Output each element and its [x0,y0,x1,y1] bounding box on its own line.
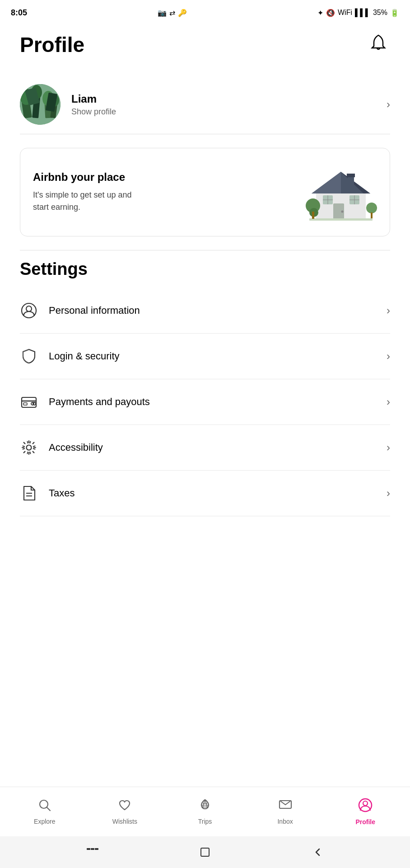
mute-icon: 🔇 [326,9,335,17]
page-content: Profile [0,24,410,516]
key-icon: 🔑 [178,9,187,17]
svg-rect-27 [312,212,314,219]
profile-row-left: Liam Show profile [20,84,116,125]
nav-item-trips[interactable]: Trips [165,794,245,830]
svg-rect-13 [348,175,354,188]
notification-button[interactable] [367,33,390,57]
profile-chevron: › [387,98,390,111]
svg-line-40 [47,807,50,811]
airbnb-card-text: Airbnb your place It's simple to get set… [33,171,298,213]
credit-card-icon [20,393,38,411]
status-bar: 8:05 📷 ⇄ 🔑 ✦ 🔇 WiFi ▌▌▌ 35% 🔋 [0,0,410,24]
document-icon [20,484,38,502]
chevron-payments: › [387,396,390,408]
camera-icon: 📷 [158,9,167,17]
settings-item-left-login: Login & security [20,347,120,365]
svg-point-35 [33,402,36,405]
profile-nav-label: Profile [355,818,375,826]
chevron-taxes: › [387,487,390,500]
bottom-nav: Explore Wishlists Trips [0,787,410,836]
bell-icon [370,34,387,55]
avatar-image [20,84,61,125]
explore-label: Explore [34,818,55,825]
system-nav-bar [0,836,410,868]
settings-section: Settings Personal information › [20,259,390,516]
settings-label-payments: Payments and payouts [49,396,150,408]
home-system-btn[interactable] [196,843,214,861]
chevron-accessibility: › [387,441,390,454]
svg-point-22 [341,211,344,213]
svg-rect-46 [87,848,90,850]
chevron-personal: › [387,304,390,317]
avatar [20,84,61,125]
settings-item-accessibility[interactable]: Accessibility › [20,425,390,471]
settings-title: Settings [20,259,390,279]
wishlists-label: Wishlists [112,818,137,825]
wifi-icon: WiFi [338,9,352,17]
svg-point-45 [363,801,368,806]
airbnb-card-title: Airbnb your place [33,171,298,184]
svg-point-7 [42,91,54,106]
svg-rect-28 [371,212,373,218]
settings-label-accessibility: Accessibility [49,442,103,453]
svg-rect-49 [201,848,209,856]
page-header: Profile [20,33,390,57]
settings-item-left-payments: Payments and payouts [20,393,150,411]
svg-rect-47 [91,848,94,850]
wishlists-icon [118,798,131,815]
status-icons: 📷 ⇄ 🔑 [158,9,187,17]
settings-item-login[interactable]: Login & security › [20,334,390,379]
nav-item-profile[interactable]: Profile [325,793,405,830]
svg-rect-14 [347,174,355,177]
menu-system-btn[interactable] [84,843,102,861]
settings-item-personal[interactable]: Personal information › [20,288,390,334]
battery-level: 35% [373,9,387,17]
settings-item-left-taxes: Taxes [20,484,75,502]
svg-rect-33 [23,403,27,405]
inbox-label: Inbox [277,818,293,825]
settings-item-left-personal: Personal information [20,302,140,320]
nav-item-inbox[interactable]: Inbox [245,794,326,830]
settings-item-left-accessibility: Accessibility [20,439,103,457]
gear-icon [20,439,38,457]
shield-icon [20,347,38,365]
settings-label-personal: Personal information [49,305,140,316]
battery-icon: 🔋 [390,9,399,17]
svg-point-36 [27,445,32,450]
profile-name: Liam [71,93,116,105]
settings-item-payments[interactable]: Payments and payouts › [20,379,390,425]
nav-item-explore[interactable]: Explore [5,794,85,830]
trips-icon [198,798,212,815]
divider-1 [20,134,390,134]
svg-rect-23 [309,218,373,221]
svg-point-30 [26,306,32,311]
status-right: ✦ 🔇 WiFi ▌▌▌ 35% 🔋 [317,9,399,17]
trips-label: Trips [198,818,212,825]
svg-point-25 [366,203,377,213]
back-system-btn[interactable] [308,843,326,861]
profile-subtext: Show profile [71,107,116,117]
profile-info: Liam Show profile [71,93,116,117]
svg-point-5 [20,89,33,105]
nav-item-wishlists[interactable]: Wishlists [85,794,165,830]
explore-icon [38,798,51,815]
profile-nav-icon [358,798,373,816]
settings-label-taxes: Taxes [49,487,75,499]
svg-point-8 [49,94,59,107]
svg-marker-12 [312,172,341,193]
airbnb-card-desc: It's simple to get set up andstart earni… [33,189,298,213]
signal-icon: ▌▌▌ [355,9,370,17]
profile-row[interactable]: Liam Show profile › [20,75,390,134]
house-illustration [305,163,377,222]
chevron-login: › [387,350,390,363]
airbnb-card[interactable]: Airbnb your place It's simple to get set… [20,148,390,236]
svg-point-6 [31,85,42,99]
page-title: Profile [20,33,84,57]
bluetooth-icon: ✦ [317,9,323,17]
swap-icon: ⇄ [169,9,175,17]
settings-label-login: Login & security [49,350,120,362]
settings-item-taxes[interactable]: Taxes › [20,471,390,516]
inbox-icon [279,798,292,815]
status-time: 8:05 [11,8,27,18]
person-circle-icon [20,302,38,320]
